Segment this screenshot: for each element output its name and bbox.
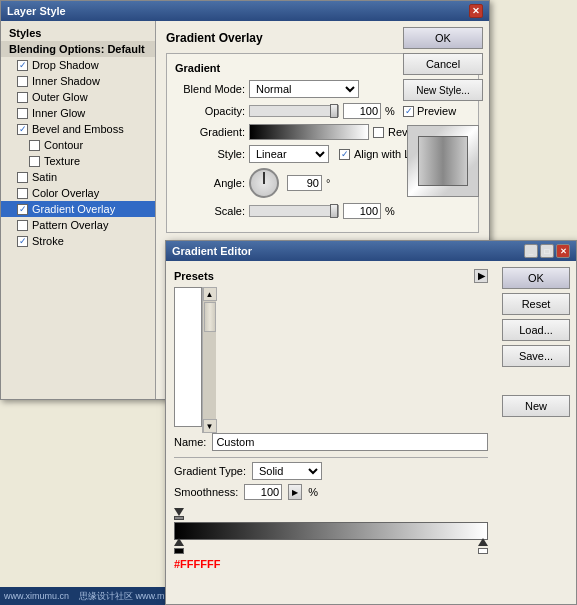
stop-bottom-row bbox=[174, 540, 488, 554]
preset-30[interactable] bbox=[197, 399, 199, 424]
bevel-emboss-checkbox[interactable] bbox=[17, 124, 28, 135]
opacity-input[interactable] bbox=[343, 103, 381, 119]
preset-18[interactable] bbox=[197, 344, 199, 369]
ge-save-button[interactable]: Save... bbox=[502, 345, 570, 367]
sidebar-item-drop-shadow[interactable]: Drop Shadow bbox=[1, 57, 155, 73]
sidebar-item-bevel-emboss[interactable]: Bevel and Emboss bbox=[1, 121, 155, 137]
ge-minimize-button[interactable]: _ bbox=[524, 244, 538, 258]
preset-8[interactable] bbox=[181, 317, 183, 342]
stop-right[interactable] bbox=[478, 538, 488, 554]
ge-maximize-button[interactable]: □ bbox=[540, 244, 554, 258]
scale-unit: % bbox=[385, 205, 395, 217]
sidebar-item-texture[interactable]: Texture bbox=[1, 153, 155, 169]
close-button[interactable]: ✕ bbox=[469, 4, 483, 18]
ge-name-input[interactable] bbox=[212, 433, 488, 451]
ge-title: Gradient Editor bbox=[172, 245, 252, 257]
preset-28[interactable] bbox=[189, 399, 191, 424]
ok-button[interactable]: OK bbox=[403, 27, 483, 49]
ge-titlebar: Gradient Editor _ □ ✕ bbox=[166, 241, 576, 261]
preset-29[interactable] bbox=[193, 399, 195, 424]
sidebar-item-gradient-overlay[interactable]: Gradient Overlay bbox=[1, 201, 155, 217]
preset-6[interactable] bbox=[197, 290, 199, 315]
preset-25[interactable] bbox=[177, 399, 179, 424]
ge-smooth-arrow-button[interactable]: ▶ bbox=[288, 484, 302, 500]
satin-checkbox[interactable] bbox=[17, 172, 28, 183]
preset-9[interactable] bbox=[185, 317, 187, 342]
scroll-up-button[interactable]: ▲ bbox=[203, 287, 217, 301]
ge-ok-button[interactable]: OK bbox=[502, 267, 570, 289]
ge-smooth-input[interactable] bbox=[244, 484, 282, 500]
stroke-checkbox[interactable] bbox=[17, 236, 28, 247]
preset-17[interactable] bbox=[193, 344, 195, 369]
preset-22[interactable] bbox=[189, 372, 191, 397]
ge-divider bbox=[174, 457, 488, 458]
preset-2[interactable] bbox=[181, 290, 183, 315]
contour-checkbox[interactable] bbox=[29, 140, 40, 151]
sidebar-item-inner-shadow[interactable]: Inner Shadow bbox=[1, 73, 155, 89]
ge-smooth-row: Smoothness: ▶ % bbox=[174, 484, 488, 500]
outer-glow-label: Outer Glow bbox=[32, 91, 88, 103]
preset-5[interactable] bbox=[193, 290, 195, 315]
scale-input[interactable] bbox=[343, 203, 381, 219]
scale-slider[interactable] bbox=[249, 205, 339, 217]
sidebar-item-contour[interactable]: Contour bbox=[1, 137, 155, 153]
new-style-button[interactable]: New Style... bbox=[403, 79, 483, 101]
sidebar-item-color-overlay[interactable]: Color Overlay bbox=[1, 185, 155, 201]
scroll-down-button[interactable]: ▼ bbox=[203, 419, 217, 433]
preview-checkbox[interactable] bbox=[403, 106, 414, 117]
preset-10[interactable] bbox=[189, 317, 191, 342]
preset-4[interactable] bbox=[189, 290, 191, 315]
presets-arrow-button[interactable]: ▶ bbox=[474, 269, 488, 283]
preset-15[interactable] bbox=[185, 344, 187, 369]
scroll-thumb[interactable] bbox=[204, 302, 216, 332]
sidebar-item-pattern-overlay[interactable]: Pattern Overlay bbox=[1, 217, 155, 233]
preset-20[interactable] bbox=[181, 372, 183, 397]
ge-type-select[interactable]: Solid Noise bbox=[252, 462, 322, 480]
preset-19[interactable] bbox=[177, 372, 179, 397]
sidebar-item-stroke[interactable]: Stroke bbox=[1, 233, 155, 249]
preset-11[interactable] bbox=[193, 317, 195, 342]
preset-3[interactable] bbox=[185, 290, 187, 315]
ge-new-button[interactable]: New bbox=[502, 395, 570, 417]
preset-26[interactable] bbox=[181, 399, 183, 424]
reverse-checkbox[interactable] bbox=[373, 127, 384, 138]
angle-input[interactable] bbox=[287, 175, 322, 191]
pattern-overlay-checkbox[interactable] bbox=[17, 220, 28, 231]
outer-glow-checkbox[interactable] bbox=[17, 92, 28, 103]
cancel-button[interactable]: Cancel bbox=[403, 53, 483, 75]
preset-27[interactable] bbox=[185, 399, 187, 424]
preset-7[interactable] bbox=[177, 317, 179, 342]
texture-checkbox[interactable] bbox=[29, 156, 40, 167]
preset-12[interactable] bbox=[197, 317, 199, 342]
ge-close-button[interactable]: ✕ bbox=[556, 244, 570, 258]
top-stop-left[interactable] bbox=[174, 508, 184, 520]
bevel-emboss-label: Bevel and Emboss bbox=[32, 123, 124, 135]
preset-1[interactable] bbox=[177, 290, 179, 315]
sidebar-item-satin[interactable]: Satin bbox=[1, 169, 155, 185]
preset-16[interactable] bbox=[189, 344, 191, 369]
preset-24[interactable] bbox=[197, 372, 199, 397]
style-select[interactable]: Linear Radial Angle bbox=[249, 145, 329, 163]
preset-13[interactable] bbox=[177, 344, 179, 369]
ge-load-button[interactable]: Load... bbox=[502, 319, 570, 341]
blend-mode-select[interactable]: Normal Multiply Screen bbox=[249, 80, 359, 98]
sidebar-item-blending[interactable]: Blending Options: Default bbox=[1, 41, 155, 57]
inner-glow-checkbox[interactable] bbox=[17, 108, 28, 119]
gradient-overlay-checkbox[interactable] bbox=[17, 204, 28, 215]
preset-21[interactable] bbox=[185, 372, 187, 397]
color-overlay-checkbox[interactable] bbox=[17, 188, 28, 199]
inner-shadow-checkbox[interactable] bbox=[17, 76, 28, 87]
sidebar-item-inner-glow[interactable]: Inner Glow bbox=[1, 105, 155, 121]
preset-23[interactable] bbox=[193, 372, 195, 397]
ge-main: Presets ▶ bbox=[166, 261, 496, 604]
gradient-preview[interactable] bbox=[249, 124, 369, 140]
sidebar-item-outer-glow[interactable]: Outer Glow bbox=[1, 89, 155, 105]
drop-shadow-checkbox[interactable] bbox=[17, 60, 28, 71]
opacity-slider[interactable] bbox=[249, 105, 339, 117]
gradient-bar[interactable] bbox=[174, 522, 488, 540]
angle-control[interactable] bbox=[249, 168, 279, 198]
stop-left[interactable] bbox=[174, 538, 184, 554]
preset-14[interactable] bbox=[181, 344, 183, 369]
align-checkbox[interactable] bbox=[339, 149, 350, 160]
ge-reset-button[interactable]: Reset bbox=[502, 293, 570, 315]
